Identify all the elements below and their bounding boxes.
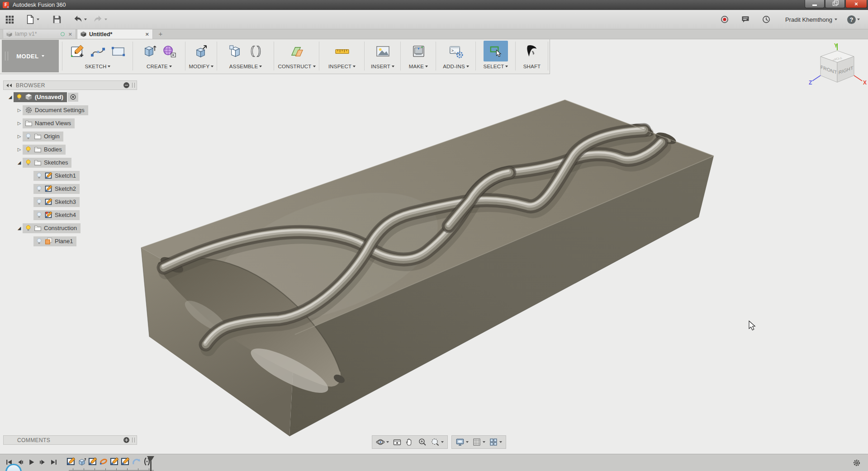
- ribbon-group-label[interactable]: CREATE: [134, 62, 185, 71]
- user-menu[interactable]: Pradit Khemthong: [783, 13, 837, 26]
- timeline-feature-sketch[interactable]: [66, 457, 76, 466]
- measure-button[interactable]: [334, 42, 350, 60]
- viewcube[interactable]: Y TOP FRONT RIGHT Z X: [807, 42, 868, 92]
- ribbon-group-label[interactable]: CONSTRUCT: [275, 62, 318, 71]
- form-button[interactable]: [161, 42, 178, 60]
- fit-zoom-button[interactable]: [431, 438, 444, 447]
- joint-button[interactable]: [248, 42, 264, 60]
- record-button[interactable]: [720, 13, 729, 26]
- redo-button[interactable]: [93, 13, 107, 26]
- minimize-button[interactable]: [805, 0, 825, 8]
- step-forward-button[interactable]: [39, 459, 46, 466]
- shaft-button[interactable]: [524, 42, 540, 60]
- new-component-button[interactable]: [228, 42, 244, 60]
- new-tab-button[interactable]: +: [157, 30, 165, 38]
- visibility-on-bulb-icon[interactable]: [25, 225, 32, 231]
- tree-item-bodies[interactable]: ▷Bodies: [3, 143, 139, 156]
- visibility-off-bulb-icon[interactable]: [36, 198, 43, 205]
- ribbon-group-label[interactable]: ASSEMBLE: [218, 62, 273, 71]
- orbit-button[interactable]: [376, 438, 389, 447]
- visibility-off-bulb-icon[interactable]: [25, 133, 32, 140]
- visibility-on-bulb-icon[interactable]: [16, 94, 23, 100]
- tab-close-icon[interactable]: ×: [67, 31, 73, 38]
- ribbon-group-label[interactable]: SELECT: [477, 62, 515, 71]
- print-3d-button[interactable]: [410, 42, 427, 60]
- visibility-off-bulb-icon[interactable]: [36, 185, 43, 192]
- timeline-settings-icon[interactable]: [853, 459, 861, 469]
- timeline-feature-sweep-path[interactable]: [131, 457, 141, 466]
- expand-arrow-icon[interactable]: ▷: [16, 147, 23, 152]
- tree-item-unsaved[interactable]: ◢(Unsaved): [3, 90, 139, 104]
- file-button[interactable]: [25, 13, 39, 26]
- restore-button[interactable]: [825, 0, 845, 8]
- tree-item-namedviews[interactable]: ▷Named Views: [3, 117, 139, 130]
- timeline-feature-sketch[interactable]: [88, 457, 97, 466]
- activate-component-icon[interactable]: [68, 93, 78, 102]
- timeline-feature-sketch[interactable]: [120, 457, 130, 466]
- collapse-arrow-icon[interactable]: ◢: [16, 226, 23, 231]
- extrude-button[interactable]: [141, 42, 157, 60]
- tree-item-sketch1[interactable]: Sketch1: [3, 169, 139, 182]
- help-menu[interactable]: ?: [847, 13, 860, 26]
- ribbon-group-label[interactable]: ADD-INS: [437, 62, 475, 71]
- collapse-panel-icon[interactable]: [6, 84, 12, 87]
- browser-panel-header[interactable]: BROWSER: [3, 80, 137, 90]
- insert-image-button[interactable]: [375, 42, 391, 60]
- panel-grip-icon[interactable]: [132, 83, 135, 88]
- ribbon-group-label[interactable]: MODIFY: [186, 62, 216, 71]
- play-button[interactable]: [28, 459, 35, 466]
- save-button[interactable]: [52, 13, 62, 26]
- look-at-button[interactable]: [393, 438, 402, 447]
- visibility-off-bulb-icon[interactable]: [36, 238, 43, 245]
- tree-item-sketch2[interactable]: Sketch2: [3, 182, 139, 195]
- close-button[interactable]: ×: [845, 0, 867, 8]
- tab-close-icon[interactable]: ×: [144, 31, 150, 38]
- ribbon-group-label[interactable]: SKETCH: [63, 62, 132, 71]
- document-tab[interactable]: Untitled*×: [77, 29, 153, 39]
- timeline-feature-sweep[interactable]: [99, 457, 108, 466]
- document-tab[interactable]: lamp v1*×: [3, 29, 76, 38]
- tree-item-documentsettings[interactable]: ▷Document Settings: [3, 104, 139, 117]
- comments-panel-header[interactable]: COMMENTS: [3, 435, 137, 445]
- scripts-addins-button[interactable]: >_: [448, 42, 464, 60]
- app-menu-button[interactable]: [5, 13, 14, 26]
- panel-grip-icon[interactable]: [132, 438, 135, 443]
- collapse-arrow-icon[interactable]: ◢: [7, 94, 14, 99]
- press-pull-button[interactable]: [193, 42, 209, 60]
- select-button[interactable]: [483, 42, 508, 60]
- skip-end-button[interactable]: [51, 459, 57, 466]
- visibility-on-bulb-icon[interactable]: [25, 159, 32, 166]
- workspace-selector[interactable]: MODEL: [2, 40, 59, 72]
- ribbon-group-label[interactable]: MAKE: [402, 62, 435, 71]
- pan-button[interactable]: [405, 438, 414, 447]
- tree-item-sketch3[interactable]: Sketch3: [3, 195, 139, 208]
- tree-item-origin[interactable]: ▷Origin: [3, 130, 139, 143]
- rectangle-button[interactable]: [110, 42, 126, 60]
- comments-button[interactable]: [741, 13, 750, 26]
- display-settings-button[interactable]: [455, 438, 469, 447]
- collapse-arrow-icon[interactable]: ◢: [16, 160, 23, 165]
- undo-button[interactable]: [73, 13, 87, 26]
- ribbon-group-label[interactable]: INSPECT: [320, 62, 364, 71]
- expand-arrow-icon[interactable]: ▷: [16, 134, 23, 139]
- ribbon-group-label[interactable]: INSERT: [365, 62, 400, 71]
- viewports-button[interactable]: [489, 438, 502, 447]
- spline-button[interactable]: [90, 42, 106, 60]
- tree-item-construction[interactable]: ◢Construction: [3, 221, 139, 235]
- visibility-on-bulb-icon[interactable]: [25, 146, 32, 153]
- expand-arrow-icon[interactable]: ▷: [16, 121, 23, 126]
- remove-panel-icon[interactable]: [123, 82, 129, 88]
- zoom-button[interactable]: [418, 438, 427, 447]
- tree-item-plane1[interactable]: Plane1: [3, 235, 139, 248]
- tree-item-sketches[interactable]: ◢Sketches: [3, 156, 139, 169]
- visibility-off-bulb-icon[interactable]: [36, 172, 43, 179]
- tree-item-sketch4[interactable]: Sketch4: [3, 208, 139, 221]
- visibility-off-bulb-icon[interactable]: [36, 212, 43, 218]
- expand-arrow-icon[interactable]: ▷: [16, 108, 23, 113]
- construction-plane-button[interactable]: [289, 42, 305, 60]
- create-sketch-button[interactable]: [69, 42, 85, 60]
- expand-panel-icon[interactable]: [123, 437, 129, 443]
- grid-display-button[interactable]: [472, 438, 485, 447]
- history-button[interactable]: [762, 13, 771, 26]
- ribbon-group-label[interactable]: SHAFT: [517, 62, 547, 71]
